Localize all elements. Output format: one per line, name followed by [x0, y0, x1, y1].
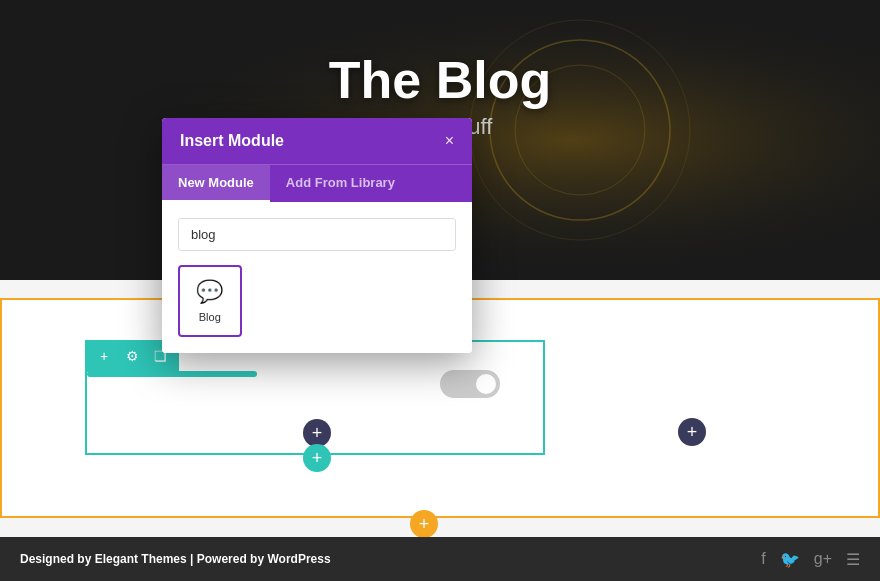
add-module-toolbar-btn[interactable]: +: [93, 345, 115, 367]
footer-icons: f 🐦 g+ ☰: [761, 550, 860, 569]
tab-new-module[interactable]: New Module: [162, 165, 270, 202]
plus-button-orange-center[interactable]: +: [410, 510, 438, 538]
modules-grid: 💬 Blog: [178, 265, 456, 337]
twitter-icon[interactable]: 🐦: [780, 550, 800, 569]
hero-heading: The Blog: [0, 50, 880, 110]
insert-module-modal: Insert Module × New Module Add From Libr…: [162, 118, 472, 353]
modal-title: Insert Module: [180, 132, 284, 150]
rss-icon[interactable]: ☰: [846, 550, 860, 569]
toggle-switch[interactable]: [440, 370, 500, 398]
footer-prefix: Designed by: [20, 552, 95, 566]
module-item-blog[interactable]: 💬 Blog: [178, 265, 242, 337]
footer-powered: WordPress: [267, 552, 330, 566]
plus-button-dark-right[interactable]: +: [678, 418, 706, 446]
modal-close-button[interactable]: ×: [445, 132, 454, 150]
blog-icon: 💬: [196, 279, 223, 305]
footer-text: Designed by Elegant Themes | Powered by …: [20, 552, 331, 566]
modal-header: Insert Module ×: [162, 118, 472, 164]
googleplus-icon[interactable]: g+: [814, 550, 832, 568]
footer-brand: Elegant Themes: [95, 552, 187, 566]
tab-add-from-library[interactable]: Add From Library: [270, 165, 411, 202]
plus-button-teal-mid[interactable]: +: [303, 419, 331, 447]
settings-toolbar-btn[interactable]: ⚙: [121, 345, 143, 367]
footer: Designed by Elegant Themes | Powered by …: [0, 537, 880, 581]
footer-mid: | Powered by: [190, 552, 267, 566]
modal-tabs: New Module Add From Library: [162, 164, 472, 202]
facebook-icon[interactable]: f: [761, 550, 765, 568]
modal-body: 💬 Blog: [162, 202, 472, 353]
blog-label: Blog: [199, 311, 221, 323]
module-search-input[interactable]: [178, 218, 456, 251]
plus-button-teal-bottom[interactable]: +: [303, 444, 331, 472]
